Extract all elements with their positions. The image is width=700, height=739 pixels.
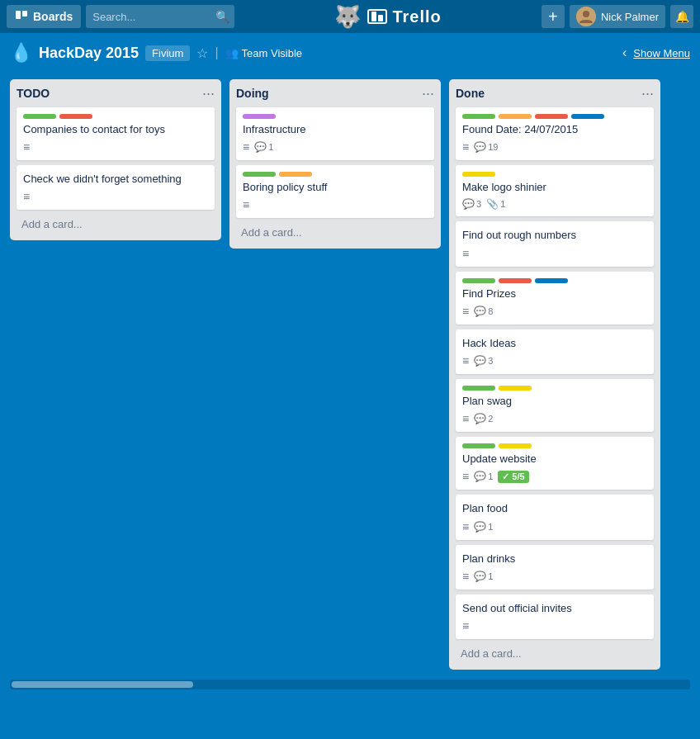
add-card-button-done[interactable]: Add a card... bbox=[456, 644, 654, 663]
board-content: TODO···Companies to contact for toys≡Che… bbox=[0, 73, 700, 676]
card-c12[interactable]: Plan food≡💬1 bbox=[456, 495, 654, 539]
search-wrap: 🔍 bbox=[86, 5, 234, 28]
description-icon: ≡ bbox=[243, 198, 249, 211]
card-c2[interactable]: Check we didn't forget something≡ bbox=[17, 165, 215, 210]
comment-icon: 💬1 bbox=[474, 571, 493, 582]
svg-rect-0 bbox=[16, 11, 21, 19]
card-title-c13: Plan drinks bbox=[462, 552, 647, 566]
label-red bbox=[59, 114, 92, 119]
card-meta-c9: ≡💬3 bbox=[462, 354, 647, 367]
description-icon: ≡ bbox=[23, 140, 30, 154]
team-icon: 👥 bbox=[225, 47, 239, 59]
comment-icon: 💬8 bbox=[474, 306, 493, 317]
comment-icon: 💬1 bbox=[474, 521, 493, 533]
label-orange bbox=[499, 114, 532, 119]
card-meta-c1: ≡ bbox=[23, 140, 208, 154]
card-meta-c3: ≡💬1 bbox=[243, 140, 428, 154]
nav-trello-logo: Trello bbox=[367, 7, 441, 26]
card-c4[interactable]: Boring policy stuff≡ bbox=[236, 165, 434, 218]
card-c7[interactable]: Find out rough numbers≡ bbox=[456, 221, 654, 266]
scrollbar-thumb[interactable] bbox=[12, 681, 193, 688]
checklist-badge: ✓ 5/5 bbox=[498, 471, 528, 483]
boards-icon bbox=[15, 10, 28, 23]
label-purple bbox=[243, 114, 276, 119]
card-c13[interactable]: Plan drinks≡💬1 bbox=[456, 545, 654, 590]
card-meta-c12: ≡💬1 bbox=[462, 520, 647, 533]
nav-logo: 🐺 Trello bbox=[239, 4, 537, 30]
avatar bbox=[576, 7, 596, 26]
card-labels-c3 bbox=[243, 114, 428, 119]
boards-button[interactable]: Boards bbox=[7, 5, 81, 28]
svg-rect-1 bbox=[22, 11, 27, 17]
add-card-button-todo[interactable]: Add a card... bbox=[17, 215, 215, 234]
list-title-todo: TODO bbox=[17, 87, 50, 100]
comment-icon: 💬1 bbox=[474, 471, 493, 482]
add-card-button-doing[interactable]: Add a card... bbox=[236, 223, 434, 242]
description-icon: ≡ bbox=[462, 470, 469, 483]
card-labels-c8 bbox=[462, 278, 647, 283]
svg-point-3 bbox=[583, 11, 589, 17]
list-menu-icon-todo[interactable]: ··· bbox=[202, 86, 215, 101]
label-yellow bbox=[499, 386, 532, 391]
card-meta-c13: ≡💬1 bbox=[462, 570, 647, 583]
card-meta-c8: ≡💬8 bbox=[462, 305, 647, 318]
list-header-todo: TODO··· bbox=[17, 86, 215, 101]
card-c6[interactable]: Make logo shinier💬3📎1 bbox=[456, 165, 654, 216]
description-icon: ≡ bbox=[462, 305, 469, 318]
boards-label: Boards bbox=[33, 10, 73, 23]
user-menu-button[interactable]: Nick Palmer bbox=[570, 5, 665, 28]
list-menu-icon-done[interactable]: ··· bbox=[641, 86, 654, 101]
card-title-c11: Update website bbox=[462, 452, 647, 467]
board-workspace[interactable]: Fivium bbox=[145, 45, 190, 61]
list-menu-icon-doing[interactable]: ··· bbox=[422, 86, 434, 101]
card-title-c12: Plan food bbox=[462, 501, 647, 516]
card-c3[interactable]: Infrastructure≡💬1 bbox=[236, 107, 434, 160]
card-title-c6: Make logo shinier bbox=[462, 180, 647, 195]
add-button[interactable]: + bbox=[542, 5, 565, 28]
description-icon: ≡ bbox=[462, 520, 469, 533]
back-chevron-icon[interactable]: ‹ bbox=[622, 45, 627, 60]
card-title-c10: Plan swag bbox=[462, 394, 647, 409]
search-input[interactable] bbox=[86, 5, 234, 28]
comment-icon: 💬3 bbox=[462, 198, 481, 210]
description-icon: ≡ bbox=[462, 412, 469, 425]
card-c9[interactable]: Hack Ideas≡💬3 bbox=[456, 329, 654, 374]
label-blue bbox=[535, 278, 568, 283]
list-header-done: Done··· bbox=[456, 86, 654, 101]
card-labels-c1 bbox=[23, 114, 208, 119]
search-icon: 🔍 bbox=[215, 10, 229, 23]
card-title-c3: Infrastructure bbox=[243, 122, 428, 137]
label-yellow bbox=[462, 172, 495, 177]
list-doing: Doing···Infrastructure≡💬1Boring policy s… bbox=[229, 79, 441, 249]
card-meta-c5: ≡💬19 bbox=[462, 140, 647, 154]
notifications-button[interactable]: 🔔 bbox=[670, 5, 693, 28]
star-icon[interactable]: ☆ bbox=[196, 45, 208, 61]
water-drop-icon: 💧 bbox=[10, 42, 32, 64]
card-c1[interactable]: Companies to contact for toys≡ bbox=[17, 107, 215, 160]
top-nav: Boards 🔍 🐺 Trello + bbox=[0, 0, 700, 33]
label-yellow bbox=[499, 443, 532, 448]
comment-icon: 💬1 bbox=[254, 141, 273, 153]
board-header: 💧 HackDay 2015 Fivium ☆ | 👥 Team Visible… bbox=[0, 33, 700, 73]
card-c5[interactable]: Found Date: 24/07/2015≡💬19 bbox=[456, 107, 654, 160]
label-green bbox=[462, 386, 495, 391]
show-menu-button[interactable]: Show Menu bbox=[633, 47, 690, 59]
card-c14[interactable]: Send out official invites≡ bbox=[456, 595, 654, 639]
card-c8[interactable]: Find Prizes≡💬8 bbox=[456, 272, 654, 324]
description-icon: ≡ bbox=[462, 247, 469, 260]
card-c10[interactable]: Plan swag≡💬2 bbox=[456, 379, 654, 432]
description-icon: ≡ bbox=[462, 140, 469, 154]
card-labels-c10 bbox=[462, 386, 647, 391]
board-title-wrap: 💧 HackDay 2015 Fivium ☆ | 👥 Team Visible bbox=[10, 42, 302, 64]
card-title-c7: Find out rough numbers bbox=[462, 228, 647, 243]
card-title-c4: Boring policy stuff bbox=[243, 180, 428, 195]
horizontal-scrollbar[interactable] bbox=[10, 680, 690, 689]
label-green bbox=[23, 114, 56, 119]
list-title-done: Done bbox=[456, 87, 485, 100]
card-meta-c11: ≡💬1✓ 5/5 bbox=[462, 470, 647, 483]
label-orange bbox=[279, 172, 312, 177]
card-c11[interactable]: Update website≡💬1✓ 5/5 bbox=[456, 437, 654, 490]
nav-right: + Nick Palmer 🔔 bbox=[542, 5, 693, 28]
label-red bbox=[499, 278, 532, 283]
list-header-doing: Doing··· bbox=[236, 86, 434, 101]
